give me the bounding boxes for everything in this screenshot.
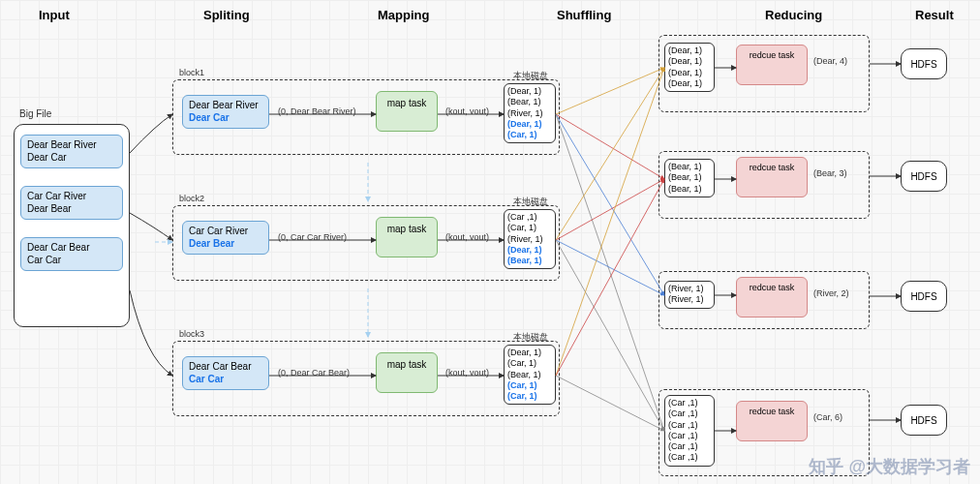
r4-task: redcue task	[736, 401, 808, 441]
block1-label: block1	[179, 68, 204, 77]
b2-o3: (River, 1)	[507, 234, 552, 245]
b2-output: (Car ,1) (Car, 1) (River, 1) (Dear, 1) (…	[504, 209, 556, 269]
r1-i1: (Dear, 1)	[668, 45, 711, 56]
b3-o1: (Dear, 1)	[507, 348, 552, 358]
bigfile-line1: Dear Bear River Dear Car	[20, 135, 123, 168]
r3-i2: (River, 1)	[668, 294, 711, 305]
r3-input: (River, 1) (River, 1)	[664, 281, 715, 309]
b2-s1: Car Car River	[189, 226, 262, 238]
bf-l3b: Car Car	[27, 255, 116, 267]
b2-o2: (Car, 1)	[507, 223, 552, 233]
b1-o1: (Dear, 1)	[507, 86, 552, 97]
bf-l2a: Car Car River	[27, 191, 116, 203]
b3-disk: 本地磁盘	[513, 331, 548, 344]
b2-s2: Dear Bear	[189, 238, 262, 251]
b3-o4: (Car, 1)	[507, 380, 552, 391]
b3-output: (Dear, 1) (Car, 1) (Bear, 1) (Car, 1) (C…	[504, 345, 556, 405]
b1-o3: (River, 1)	[507, 108, 552, 119]
b2-o1: (Car ,1)	[507, 212, 552, 223]
header-reducing: Reducing	[765, 8, 822, 22]
bf-l1a: Dear Bear River	[27, 139, 116, 152]
b2-disk: 本地磁盘	[513, 196, 548, 208]
b1-maptask: map task	[376, 91, 438, 132]
watermark: 知乎 @大数据学习者	[809, 455, 970, 478]
r4-i4: (Car ,1)	[668, 431, 711, 441]
header-mapping: Mapping	[378, 8, 429, 22]
b1-o4: (Dear, 1)	[507, 119, 552, 130]
b2-maptask: map task	[376, 217, 438, 257]
block2-label: block2	[179, 194, 204, 203]
b3-maptask: map task	[376, 352, 438, 393]
b3-o3: (Bear, 1)	[507, 370, 552, 380]
r1-i2: (Dear, 1)	[668, 56, 711, 67]
b2-o4: (Dear, 1)	[507, 245, 552, 256]
b3-edgein: (0, Dear Car Bear)	[278, 368, 350, 378]
b1-s2: Dear Car	[189, 112, 262, 125]
r3-i1: (River, 1)	[668, 284, 711, 294]
bigfile-line2: Car Car River Dear Bear	[20, 186, 123, 220]
bigfile-line3: Dear Car Bear Car Car	[20, 237, 123, 271]
r4-out: (Car, 6)	[813, 412, 842, 422]
r2-out: (Bear, 3)	[813, 168, 847, 178]
bf-l1b: Dear Car	[27, 152, 116, 165]
b1-output: (Dear, 1) (Bear, 1) (River, 1) (Dear, 1)…	[504, 83, 556, 143]
b3-o2: (Car, 1)	[507, 358, 552, 369]
r2-i1: (Bear, 1)	[668, 162, 711, 172]
r1-i4: (Dear, 1)	[668, 78, 711, 89]
r4-input: (Car ,1) (Car ,1) (Car ,1) (Car ,1) (Car…	[664, 395, 715, 467]
r1-i3: (Dear, 1)	[668, 68, 711, 78]
r4-i3: (Car ,1)	[668, 420, 711, 431]
b2-edgeout: (kout, vout)	[445, 232, 489, 242]
bf-l3a: Dear Car Bear	[27, 242, 116, 255]
r4-result: HDFS	[901, 405, 947, 436]
r2-task: redcue task	[736, 157, 808, 197]
b3-edgeout: (kout, vout)	[445, 368, 489, 378]
b2-edgein: (0, Car Car River)	[278, 232, 347, 242]
b1-edgein: (0, Dear Bear River)	[278, 106, 356, 116]
block3-label: block3	[179, 329, 204, 339]
b3-s1: Dear Car Bear	[189, 361, 262, 374]
r1-result: HDFS	[901, 48, 947, 79]
b1-o5: (Car, 1)	[507, 130, 552, 140]
r2-i2: (Bear, 1)	[668, 172, 711, 183]
b1-o2: (Bear, 1)	[507, 97, 552, 107]
r2-i3: (Bear, 1)	[668, 184, 711, 195]
b2-o5: (Bear, 1)	[507, 256, 552, 266]
block1-split: Dear Bear River Dear Car	[182, 95, 269, 129]
r2-result: HDFS	[901, 161, 947, 192]
r4-i2: (Car ,1)	[668, 408, 711, 419]
r4-i1: (Car ,1)	[668, 398, 711, 408]
block3-split: Dear Car Bear Car Car	[182, 356, 269, 390]
block2-split: Car Car River Dear Bear	[182, 221, 269, 255]
header-shuffling: Shuffling	[557, 8, 611, 22]
r4-i6: (Car ,1)	[668, 452, 711, 463]
header-splitting: Spliting	[203, 8, 250, 22]
r3-task: redcue task	[736, 277, 808, 318]
r1-input: (Dear, 1) (Dear, 1) (Dear, 1) (Dear, 1)	[664, 43, 715, 92]
b1-s1: Dear Bear River	[189, 100, 262, 112]
r1-out: (Dear, 4)	[813, 56, 847, 66]
r4-i5: (Car ,1)	[668, 441, 711, 452]
b3-s2: Car Car	[189, 374, 262, 386]
r2-input: (Bear, 1) (Bear, 1) (Bear, 1)	[664, 159, 715, 197]
b1-edgeout: (kout, vout)	[445, 106, 489, 116]
r3-result: HDFS	[901, 281, 947, 312]
header-input: Input	[39, 8, 70, 22]
b3-o5: (Car, 1)	[507, 391, 552, 402]
bf-l2b: Dear Bear	[27, 203, 116, 216]
bigfile-title: Big File	[19, 108, 51, 119]
r3-out: (River, 2)	[813, 288, 849, 298]
b1-disk: 本地磁盘	[513, 70, 548, 82]
bigfile-container: Dear Bear River Dear Car Car Car River D…	[14, 124, 130, 327]
header-result: Result	[915, 8, 954, 22]
r1-task: redcue task	[736, 45, 808, 85]
